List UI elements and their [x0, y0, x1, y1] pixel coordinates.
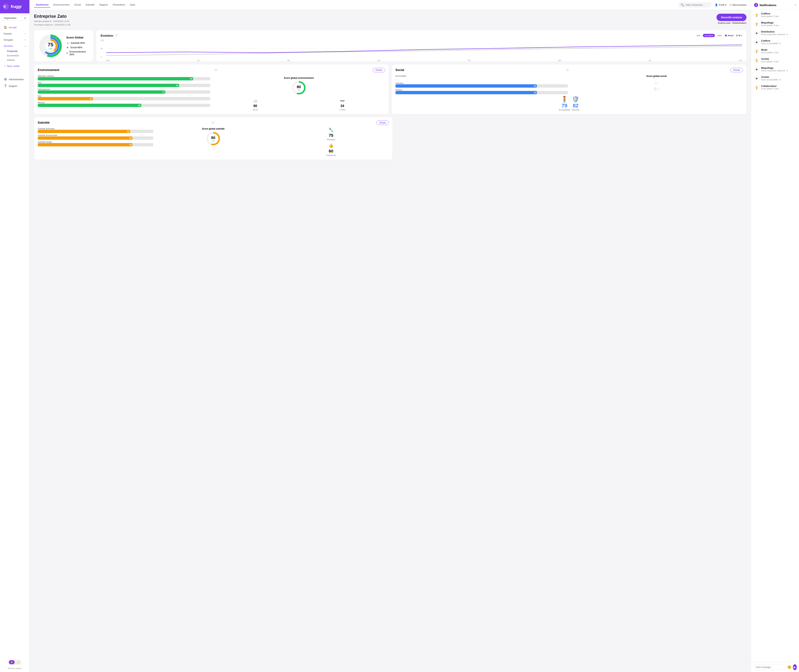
social-info-icon[interactable]: ⓘ: [566, 69, 568, 72]
water-icon: 〰️: [340, 99, 345, 103]
new-entry-button[interactable]: ＋ Nouv. entrée: [1, 63, 28, 69]
svg-text:fr: fr: [3, 5, 6, 9]
env-legend: ● Environnement 80%: [66, 50, 89, 56]
evo-info-icon[interactable]: ⓘ: [115, 34, 117, 37]
notif-item-0[interactable]: 🏆 Coiffure Score global +3 pts: [751, 11, 799, 19]
sobriete-info-icon[interactable]: ⓘ: [212, 121, 214, 125]
light-mode-btn[interactable]: ☀️: [9, 660, 14, 664]
fonc-icon: 👍: [329, 143, 334, 148]
main-nav: 🏠 Accueil Favoris ▾ Groupes ▾ Services ▴…: [0, 23, 29, 71]
divider: [0, 73, 29, 73]
social-card: Social ⓘ Détails Accessiblité -- Inclusi…: [392, 64, 746, 114]
evo-tab-jour[interactable]: Jour: [695, 34, 702, 37]
header-right: Nouvelle analyse Analyse auto : Hebdomad…: [717, 14, 746, 24]
social-details-button[interactable]: Détails: [730, 68, 743, 72]
sidebar-item-ecommerce[interactable]: Ecommerce: [5, 53, 29, 58]
evo-header: Évolution ⓘ Jour semaines mois Actuel: [101, 34, 742, 37]
sobriete-bars: Sobriété technique 80 Sobriété fonctionn…: [38, 128, 153, 156]
sidebar-item-support[interactable]: ❓ Support: [1, 83, 28, 89]
emoji-button[interactable]: 🙂: [787, 665, 791, 669]
env-bar-3: Eau 32: [38, 95, 210, 100]
m1-legend: M-1: [736, 34, 742, 37]
sobriete-card-inner: Sobriété technique 80 Sobriété fonctionn…: [38, 128, 389, 156]
social-card-inner: Accessiblité -- Inclusion 82 Ethique 82: [395, 75, 743, 94]
social-metrics-row: 🧍 79 Accessibilité 🛡️ 82 Sécurité: [395, 96, 743, 111]
notif-item-8[interactable]: 🏆 Collaborateur Score global +3 pts: [751, 83, 799, 92]
sobriete-legend-icon: ▲: [66, 41, 69, 45]
sidebar-item-administration[interactable]: ⚙️ Administration: [1, 76, 28, 83]
accessibilite-metric: 🧍 79 Accessibilité: [559, 96, 570, 111]
evolution-card: Évolution ⓘ Jour semaines mois Actuel: [96, 30, 746, 62]
last-analysis: Dernière analyse le : 15/04/2022 11:00 P…: [34, 19, 71, 26]
social-minus-icon: ⊖ 0: [654, 86, 659, 91]
logo-icon: fr: [3, 3, 9, 10]
home-icon: 🏠: [4, 26, 7, 29]
sidebar-item-groupes[interactable]: Groupes ▾: [1, 37, 28, 43]
securite-metric: 🛡️ 82 Sécurité: [572, 96, 579, 111]
tab-social[interactable]: Social: [72, 2, 82, 8]
notif-item-6[interactable]: 👁️ Maquillage Score empreinte carbonne +…: [751, 65, 799, 74]
sidebar-item-favoris[interactable]: Favoris ▾: [1, 31, 28, 37]
new-analysis-button[interactable]: Nouvelle analyse: [717, 14, 746, 21]
topbar: Dashboard Environnement Social Sobriété …: [30, 0, 751, 10]
tab-parametres[interactable]: Paramètres: [111, 2, 127, 8]
theme-toggle[interactable]: ☀️ 🌙: [8, 659, 21, 665]
env-info-icon[interactable]: ⓘ: [215, 69, 217, 72]
env-score-section: Score global environnement 80 +4%: [212, 75, 385, 111]
notif-item-2[interactable]: 👁️ Distribution Score empreinte carbonne…: [751, 29, 799, 38]
water-metric: 〰️ 34 L d'eau: [300, 99, 385, 111]
page-title-area: Entreprise Zato Dernière analyse le : 15…: [34, 14, 71, 26]
trophy-icon: 🏆: [755, 14, 758, 17]
notif-item-5[interactable]: 🏆 Achats Score global +3 pts: [751, 56, 799, 65]
social-bar-2: Ethique 82: [395, 89, 568, 94]
sidebar-item-services[interactable]: Services ▴: [1, 43, 28, 49]
donut-center: 75 +4%: [48, 42, 53, 50]
profile-button[interactable]: 👤 Profil ▾: [715, 3, 727, 6]
eye-icon: 👁️: [755, 32, 758, 35]
sobriete-legend: ▲ Sobriété 65%: [66, 41, 89, 45]
notifications-badge: 3: [754, 3, 758, 7]
bottom-nav: ⚙️ Administration ❓ Support: [0, 75, 29, 90]
sidebar-item-intranet[interactable]: Intranet: [5, 58, 29, 62]
trophy-icon: 🏆: [755, 86, 758, 89]
social-score-section: Score global social -- ⊖ 0: [570, 75, 743, 94]
tab-sobriete[interactable]: Sobriété: [84, 2, 96, 8]
logout-icon: ↪: [730, 3, 732, 6]
org-selector[interactable]: Organisation ▾: [2, 16, 27, 21]
chat-area: 🙂 ▶: [751, 662, 799, 672]
sidebar-item-accueil[interactable]: 🏠 Accueil: [1, 24, 28, 31]
evo-tab-mois[interactable]: mois: [716, 34, 723, 37]
tab-rapport[interactable]: Rapport: [98, 2, 110, 8]
notifications-panel: 3 Notifications ▾ 🏆 Coiffure Score globa…: [751, 0, 799, 672]
search-icon: 🔍: [680, 3, 684, 6]
evo-legend: Actuel M-1: [725, 34, 742, 37]
notifications-title: Notifications: [760, 3, 793, 6]
m1-dot: [736, 35, 738, 37]
notif-item-4[interactable]: 🏆 Mode Score global +3 pts: [751, 47, 799, 56]
notif-item-3[interactable]: 👁️ Coiffure Score accessibilité +3: [751, 38, 799, 47]
env-details-button[interactable]: Détails: [373, 68, 385, 72]
notifications-collapse-icon[interactable]: ▾: [795, 4, 796, 6]
env-bar-1: Eau 82: [38, 82, 210, 87]
sidebar-item-corporate[interactable]: Corporate: [5, 49, 29, 53]
mentions-legales-link[interactable]: Mentions légales: [0, 667, 29, 670]
send-button[interactable]: ▶: [793, 664, 797, 670]
sobriete-score-section: Score global sobriété 80 +4%: [156, 128, 271, 156]
logout-button[interactable]: ↪ Déconnexion: [730, 3, 746, 6]
fonc-metric: 👍 60 Fonctionnel: [326, 143, 336, 156]
dark-mode-btn[interactable]: 🌙: [15, 660, 21, 664]
notif-item-7[interactable]: 👁️ Achats Score accessibilité +3: [751, 74, 799, 83]
tab-dashboard[interactable]: Dashboard: [34, 2, 50, 8]
evo-tab-semaines[interactable]: semaines: [703, 34, 715, 37]
svg-text:▲: ▲: [56, 36, 57, 38]
empty-space: [395, 117, 746, 160]
search-input[interactable]: [685, 3, 709, 6]
chat-input[interactable]: [753, 664, 786, 670]
env-card-header: Environnement ⓘ Détails: [38, 68, 385, 72]
tab-data[interactable]: Data: [128, 2, 137, 8]
evolution-chart: 100 50 0 Sep: [101, 39, 742, 58]
tab-environnement[interactable]: Environnement: [51, 2, 71, 8]
evo-tabs: Jour semaines mois: [695, 34, 724, 37]
notif-item-1[interactable]: 🏆 Maquillage Score global +3 pts: [751, 19, 799, 29]
sobriete-details-button[interactable]: Détails: [376, 120, 389, 125]
